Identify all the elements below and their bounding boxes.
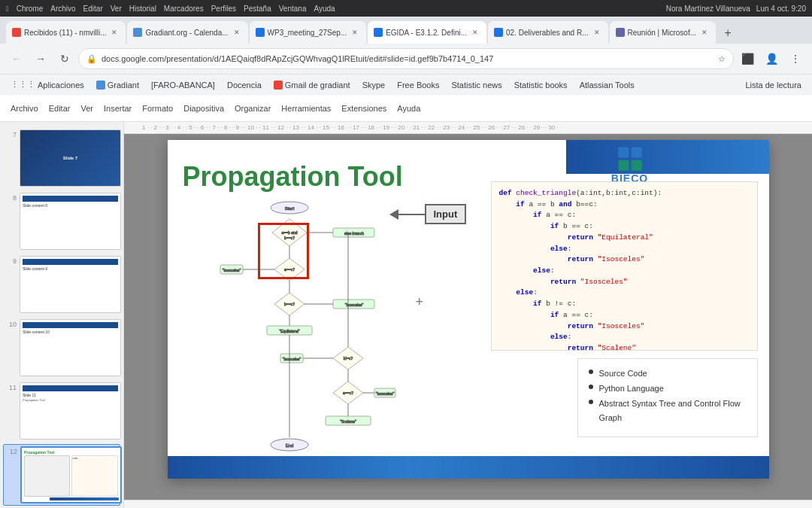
slide-thumb-9[interactable]: 9 Slide content 9 xyxy=(3,254,120,315)
tab-close-reunion[interactable]: ✕ xyxy=(699,27,710,38)
bookmark-label-docencia: Docencia xyxy=(227,81,262,90)
svg-rect-3 xyxy=(631,160,641,171)
code-line-8: else: xyxy=(499,266,750,277)
tab-reunion[interactable]: Reunión | Microsof... ✕ xyxy=(610,21,717,44)
profile-button[interactable]: 👤 xyxy=(761,48,782,69)
slides-menu-extensiones[interactable]: Extensiones xyxy=(337,102,391,115)
bookmark-freebooks[interactable]: Free Books xyxy=(392,79,444,91)
archivo-menu[interactable]: Archivo xyxy=(50,5,75,13)
tab-deliverables[interactable]: 02. Deliverables and R... ✕ xyxy=(488,21,608,44)
bullet-item-3: Abstract Syntax Tree and Control Flow Gr… xyxy=(589,397,747,427)
bookmark-docencia[interactable]: Docencia xyxy=(223,79,266,91)
slide-canvas-wrapper[interactable]: BIECO Building Trust in Ecosystems and E… xyxy=(124,134,812,500)
extensions-button[interactable]: ⬛ xyxy=(737,48,758,69)
slide-number-7: 7 xyxy=(5,131,17,138)
slide-number-12: 12 xyxy=(5,448,17,455)
apple-menu[interactable]:  xyxy=(6,5,9,13)
slides-menu-organizar[interactable]: Organizar xyxy=(230,102,275,115)
ventana-menu[interactable]: Ventana xyxy=(279,5,307,13)
bookmark-lista-lectura[interactable]: Lista de lectura xyxy=(741,79,806,91)
slide-thumb-7[interactable]: 7 Slide 7 xyxy=(3,128,120,188)
tab-close-deliverables[interactable]: ✕ xyxy=(592,27,602,38)
bookmark-faro[interactable]: [FARO-ABANCA] xyxy=(147,79,220,91)
code-line-12: if a == c: xyxy=(499,310,750,321)
new-tab-button[interactable]: + xyxy=(717,23,738,44)
svg-text:a==c?: a==c? xyxy=(343,391,353,395)
address-bar[interactable]: 🔒 docs.google.com/presentation/d/1AEQaiq… xyxy=(78,48,734,69)
code-line-11: if b != c: xyxy=(499,299,750,310)
flow-diagram: Start a==b and b==c? a==c? xyxy=(183,196,397,456)
svg-text:"Isosceles": "Isosceles" xyxy=(375,391,394,396)
pestana-menu[interactable]: Pestaña xyxy=(244,5,271,13)
bookmark-label-apps: Aplicaciones xyxy=(38,81,84,90)
input-label: Input xyxy=(434,208,458,220)
bookmark-label-statistic-books: Statistic books xyxy=(514,81,568,90)
slide-number-9: 9 xyxy=(5,257,17,265)
bullet-text-2: Python Language xyxy=(599,382,664,397)
slide-thumb-11[interactable]: 11 Slide 11 Propagation Tool xyxy=(3,381,120,441)
back-button[interactable]: ← xyxy=(6,48,27,69)
slide-title: Propagation Tool xyxy=(183,161,403,193)
slides-menu-diapositiva[interactable]: Diapositiva xyxy=(179,102,229,115)
tab-wp3[interactable]: WP3_meeting_27Sep... ✕ xyxy=(250,21,367,44)
svg-text:"Scalene": "Scalene" xyxy=(340,419,356,424)
chrome-menu[interactable]: Chrome xyxy=(17,5,44,13)
refresh-button[interactable]: ↻ xyxy=(54,48,75,69)
tab-gradiant[interactable]: Gradiant.org - Calenda... ✕ xyxy=(127,21,247,44)
bookmark-skype[interactable]: Skype xyxy=(358,79,390,91)
ayuda-menu[interactable]: Ayuda xyxy=(314,5,335,13)
bullet-item-1: Source Code xyxy=(589,367,747,382)
input-label-box: Input xyxy=(425,204,467,224)
star-icon[interactable]: ☆ xyxy=(718,54,726,64)
slide-main-area: 1 · · 2 · · 3 · · 4 · · 5 · · 6 · · 7 · … xyxy=(124,122,812,508)
more-button[interactable]: ⋮ xyxy=(785,48,806,69)
forward-button[interactable]: → xyxy=(30,48,51,69)
tab-recibidos[interactable]: Recibidos (11) - nmvilli... ✕ xyxy=(6,21,126,44)
bookmark-atlassian[interactable]: Atlassian Tools xyxy=(575,79,639,91)
arrow-head-icon xyxy=(389,209,398,220)
slide-thumb-12[interactable]: 12 Propagation Tool code... xyxy=(3,444,120,506)
svg-text:"Equilateral": "Equilateral" xyxy=(279,329,299,333)
slide-thumb-10[interactable]: 10 Slide content 10 xyxy=(3,318,120,378)
slide-thumb-8[interactable]: 8 Slide content 8 xyxy=(3,191,120,251)
slides-menu-herramientas[interactable]: Herramientas xyxy=(277,102,335,115)
macos-status: Nora Martínez Villanueva Lun 4 oct. 9:20 xyxy=(666,5,806,13)
bookmark-apps[interactable]: ⋮⋮⋮ Aplicaciones xyxy=(6,78,89,91)
tab-close-wp3[interactable]: ✕ xyxy=(350,27,360,38)
slides-menu-editar[interactable]: Editar xyxy=(44,102,75,115)
marcadores-menu[interactable]: Marcadores xyxy=(164,5,204,13)
svg-rect-2 xyxy=(618,160,629,171)
bookmark-label-skype: Skype xyxy=(362,81,386,90)
input-arrow: Input xyxy=(389,204,467,224)
perfiles-menu[interactable]: Perfiles xyxy=(211,5,236,13)
slide-sidebar[interactable]: 7 Slide 7 8 Slide content 8 9 xyxy=(0,122,124,508)
tab-close-recibidos[interactable]: ✕ xyxy=(109,27,120,38)
code-line-13: return "Isosceles" xyxy=(499,321,750,333)
svg-text:else branch: else branch xyxy=(344,231,364,236)
editar-menu[interactable]: Editar xyxy=(83,5,103,13)
slides-menu-formato[interactable]: Formato xyxy=(138,102,177,115)
nav-actions: ⬛ 👤 ⋮ xyxy=(737,48,806,69)
tab-close-gradiant[interactable]: ✕ xyxy=(232,27,242,38)
historial-menu[interactable]: Historial xyxy=(129,5,156,13)
bookmark-statistic-news[interactable]: Statistic news xyxy=(447,79,506,91)
speaker-notes-area[interactable]: Haz clic para añadir notas del orador xyxy=(124,500,812,508)
tab-egida[interactable]: ÉGIDA - E3.1.2. Defini... ✕ xyxy=(368,21,486,44)
tab-label-reunion: Reunión | Microsof... xyxy=(628,29,697,37)
bookmark-gradiant[interactable]: Gradiant xyxy=(92,79,144,91)
ver-menu[interactable]: Ver xyxy=(111,5,122,13)
slides-menu-ver[interactable]: Ver xyxy=(76,102,98,115)
bookmark-gmail[interactable]: Gmail de gradiant xyxy=(269,79,355,91)
bookmark-statistic-books[interactable]: Statistic books xyxy=(510,79,572,91)
bookmark-label-statistic-news: Statistic news xyxy=(451,81,501,90)
slide-preview-10: Slide content 10 xyxy=(20,319,121,376)
slides-menu-archivo[interactable]: Archivo xyxy=(6,102,43,115)
tab-favicon-reunion xyxy=(616,28,625,37)
slides-menu-insertar[interactable]: Insertar xyxy=(99,102,136,115)
bookmark-icon-apps: ⋮⋮⋮ xyxy=(11,80,35,90)
slides-menu-ayuda[interactable]: Ayuda xyxy=(392,102,425,115)
tab-close-egida[interactable]: ✕ xyxy=(470,27,480,38)
bullet-text-3: Abstract Syntax Tree and Control Flow Gr… xyxy=(599,397,747,427)
slide-number-11: 11 xyxy=(5,384,17,391)
bullet-dot-1 xyxy=(589,370,593,374)
